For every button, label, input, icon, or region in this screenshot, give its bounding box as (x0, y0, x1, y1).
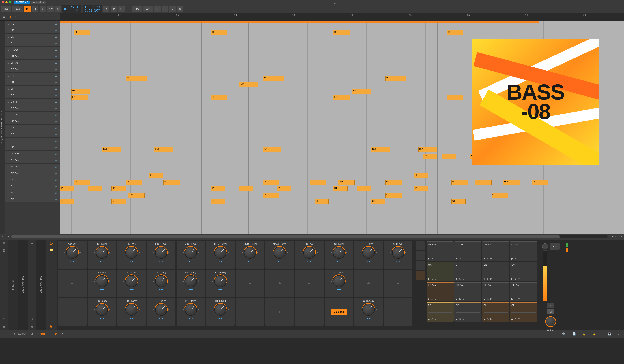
speaker-icon[interactable]: 🔈 (55, 159, 58, 161)
knob[interactable] (125, 247, 138, 259)
grid-view-icon[interactable]: ⊞ (8, 15, 11, 19)
knob-plus[interactable]: ± (139, 308, 140, 311)
pad-mute[interactable]: M (490, 318, 492, 320)
midi-note[interactable]: C#1 (492, 193, 508, 198)
knob-plus[interactable]: ± (198, 308, 199, 311)
knob[interactable] (214, 304, 227, 316)
keyboard-icon[interactable]: 🎹 (607, 332, 612, 336)
modulation-indicator[interactable]: ●━▸ (218, 259, 222, 262)
midi-note[interactable]: D3 (447, 30, 463, 35)
metronome-icon[interactable]: ◧ (64, 7, 67, 11)
knob-minus[interactable]: ◂ (94, 280, 95, 282)
knob[interactable] (363, 304, 375, 316)
pad-solo[interactable]: S (487, 318, 489, 320)
knob-plus[interactable]: ± (168, 280, 170, 282)
speaker-icon[interactable]: 🔈 (55, 185, 58, 187)
add-modulator-slot[interactable]: + (58, 298, 86, 326)
modulation-indicator[interactable]: ●━▸ (159, 259, 163, 262)
pad-play-icon[interactable]: ▶ (456, 277, 457, 280)
add-modulator-slot[interactable]: + (384, 298, 413, 326)
pad-play-icon[interactable]: ▶ (511, 298, 513, 300)
pad-play-icon[interactable]: ▶ (456, 318, 457, 320)
pad-solo[interactable]: S (431, 257, 433, 260)
midi-note[interactable]: D3 (211, 30, 227, 35)
crown-icon[interactable]: ♛ (3, 241, 5, 245)
modulation-indicator[interactable]: ●━▸ (218, 317, 222, 319)
knob-cell[interactable]: CL/RS Level ◂ ± ●━▸ (236, 241, 264, 269)
drum-pad[interactable]: BD Acc ▶ S M (427, 282, 454, 301)
knob-cell[interactable]: BD Tone ◂ ± ●━▸ (88, 270, 116, 297)
midi-note[interactable]: D1 (88, 186, 102, 191)
knob-minus[interactable]: ◂ (153, 251, 154, 254)
drum-pad[interactable]: CB Acc ▶ S M (482, 241, 509, 261)
knob-minus[interactable]: ◂ (331, 251, 332, 254)
knob[interactable] (155, 275, 167, 287)
record-button[interactable]: ● (40, 6, 46, 12)
midi-note[interactable]: D#1 (475, 180, 491, 185)
pad-mute[interactable]: M (518, 318, 520, 320)
pad-page-3[interactable] (416, 261, 425, 270)
knob[interactable] (185, 247, 197, 259)
position-value[interactable]: 1.3.2.23 (84, 6, 100, 9)
knob[interactable] (303, 247, 315, 259)
pad-solo[interactable]: S (459, 257, 461, 260)
midi-note[interactable]: G1 (442, 154, 456, 159)
knob-cell[interactable]: SD Snappy ◂ ± ●━▸ (117, 298, 146, 326)
pad-solo[interactable]: S (487, 257, 489, 260)
knob-minus[interactable]: ◂ (182, 280, 183, 282)
maximize-icon[interactable] (9, 1, 11, 3)
knob-minus[interactable]: ◂ (123, 251, 124, 254)
speaker-icon[interactable]: 🔈 (55, 68, 58, 70)
duplicate-button[interactable]: ⧉ (169, 6, 176, 12)
add-modulator-slot[interactable]: + (236, 270, 264, 297)
midi-note[interactable]: G#2 (263, 76, 284, 81)
knob-plus[interactable]: ± (228, 280, 229, 282)
info-icon[interactable]: i (4, 332, 4, 336)
speaker-icon[interactable]: 🔈 (55, 23, 58, 25)
knob-cell[interactable]: SD Tone ◂ ± ●━▸ (117, 270, 146, 297)
pad-solo[interactable]: S (515, 257, 516, 260)
drum-pad[interactable]: MA Acc ▶ S M (427, 241, 454, 261)
modulation-indicator[interactable]: ●━▸ (159, 317, 163, 319)
track-row[interactable]: 1CH🔈 (5, 183, 60, 189)
modulation-indicator[interactable]: ●━▸ (189, 317, 193, 319)
midi-note[interactable]: D1 (357, 186, 371, 191)
knob[interactable] (214, 247, 227, 259)
midi-note[interactable]: D#1 (338, 180, 355, 185)
modulation-indicator[interactable]: ●━▸ (218, 288, 222, 291)
knob-minus[interactable]: ◂ (360, 251, 361, 254)
knob-minus[interactable]: ◂ (271, 251, 272, 254)
knob-plus[interactable]: ± (405, 251, 407, 254)
knob-cell[interactable]: CH Level ◂ ± ●━▸ (384, 241, 413, 269)
pad-page-2[interactable] (416, 251, 425, 260)
knob-plus[interactable]: ± (316, 251, 318, 254)
knob[interactable] (155, 304, 167, 316)
midi-note[interactable]: D#1 (451, 180, 468, 185)
pad-mute[interactable]: M (435, 257, 437, 260)
pad-mute[interactable]: M (518, 277, 520, 280)
drum-pad[interactable]: CP ▶ S M (454, 262, 481, 281)
midi-note[interactable]: D1 (333, 186, 347, 191)
knob-cell[interactable]: MA/CP Level ◂ ± ●━▸ (265, 241, 294, 269)
speaker-icon[interactable]: 🔈 (55, 127, 58, 129)
knob-minus[interactable]: ◂ (242, 251, 243, 254)
speaker-icon[interactable]: 🔈 (55, 198, 58, 201)
track-row[interactable]: 1HT🔈 (5, 72, 60, 79)
midi-note[interactable]: E2 (447, 95, 463, 100)
settings-icon[interactable]: ⚙ (3, 318, 5, 321)
speaker-icon[interactable]: 🔈 (55, 36, 58, 38)
knob-cell[interactable]: SD Level ◂ ± ●━▸ (117, 241, 146, 269)
drum-pad[interactable]: BD ▶ S M (427, 302, 454, 321)
pad-play-icon[interactable]: ▶ (456, 257, 457, 260)
track-row[interactable]: 1CP🔈 (5, 137, 60, 144)
time-value[interactable]: 0:01.107 (84, 9, 100, 12)
knob-cell[interactable]: BD Level ◂ ± ●━▸ (88, 241, 116, 269)
modulation-indicator[interactable]: ●━▸ (396, 259, 400, 262)
speaker-icon[interactable]: 🔈 (55, 55, 58, 58)
add-modulator-slot[interactable]: + (295, 298, 324, 326)
knob[interactable] (185, 275, 197, 287)
document-tab[interactable]: ▶ New 2* × (31, 1, 46, 4)
track-row[interactable]: 1CY🔈 (5, 125, 60, 131)
time-signature[interactable]: 4/4 (74, 9, 80, 12)
midi-note[interactable]: D1 (211, 186, 225, 191)
